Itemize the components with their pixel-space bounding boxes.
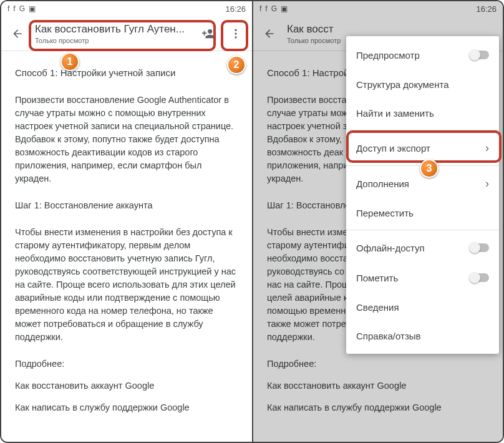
status-icons-left: f f G ▣	[7, 4, 36, 13]
chevron-right-icon: ›	[485, 177, 489, 190]
link-restore-account: Как восстановить аккаунт Google	[267, 379, 489, 392]
facebook-icon: f	[259, 4, 261, 13]
menu-divider	[346, 165, 499, 166]
phone-left: f f G ▣ 16:26 Как восстановить Гугл Ауте…	[1, 1, 252, 442]
status-icons-left: f f G ▣	[259, 4, 288, 13]
menu-label: Офлайн-доступ	[356, 243, 425, 253]
doc-title: Как восст	[287, 23, 497, 36]
google-icon: G	[19, 4, 25, 13]
menu-help[interactable]: Справка/отзыв	[346, 321, 499, 350]
more-menu-button[interactable]	[223, 21, 248, 46]
menu-label: Справка/отзыв	[356, 331, 421, 341]
svg-point-1	[235, 32, 236, 34]
document-body[interactable]: Способ 1: Настройки учетной записи Произ…	[1, 51, 252, 434]
back-button[interactable]	[5, 21, 30, 46]
status-bar: f f G ▣ 16:26	[1, 1, 252, 16]
menu-label: Найти и заменить	[356, 108, 434, 119]
add-collaborator-button[interactable]	[196, 21, 221, 46]
status-time: 16:26	[476, 4, 497, 14]
menu-addons[interactable]: Дополнения ›	[346, 168, 499, 198]
link-restore-account: Как восстановить аккаунт Google	[15, 379, 238, 392]
menu-move[interactable]: Переместить	[346, 198, 499, 227]
menu-label: Переместить	[356, 208, 414, 218]
overflow-menu: Предпросмотр Структура документа Найти и…	[346, 36, 499, 354]
status-bar: f f G ▣ 16:26	[253, 1, 503, 16]
link-support: Как написать в службу поддержки Google	[267, 401, 489, 414]
phone-right: f f G ▣ 16:26 Как восст Только просмотр …	[252, 1, 503, 442]
doc-title: Как восстановить Гугл Аутен...	[35, 23, 191, 36]
more-label: Подробнее:	[267, 358, 489, 371]
toggle-switch[interactable]	[470, 51, 489, 59]
doc-subtitle: Только просмотр	[35, 37, 191, 44]
svg-point-2	[235, 36, 236, 38]
paragraph-1: Произвести восстановление Google Authent…	[15, 94, 238, 185]
app-icon: ▣	[281, 4, 288, 13]
menu-label: Пометить	[356, 273, 398, 283]
toggle-switch[interactable]	[470, 243, 489, 252]
menu-label: Дополнения	[356, 178, 409, 189]
facebook-icon: f	[265, 4, 267, 13]
menu-label: Структура документа	[356, 79, 448, 90]
menu-divider	[346, 230, 499, 230]
menu-label: Предпросмотр	[356, 50, 420, 61]
app-icon: ▣	[29, 4, 36, 13]
menu-access-export[interactable]: Доступ и экспорт ›	[346, 133, 499, 163]
menu-divider	[346, 130, 499, 130]
menu-star[interactable]: Пометить	[346, 263, 499, 293]
menu-find-replace[interactable]: Найти и заменить	[346, 99, 499, 127]
toggle-switch[interactable]	[470, 273, 489, 282]
more-label: Подробнее:	[15, 358, 238, 371]
app-bar: Как восстановить Гугл Аутен... Только пр…	[1, 16, 252, 51]
heading-step1: Шаг 1: Восстановление аккаунта	[15, 199, 238, 212]
link-support: Как написать в службу поддержки Google	[15, 401, 238, 414]
back-button[interactable]	[257, 21, 282, 46]
menu-outline[interactable]: Структура документа	[346, 70, 499, 99]
menu-offline[interactable]: Офлайн-доступ	[346, 233, 499, 263]
paragraph-2: Чтобы внести изменения в настройки без д…	[15, 226, 238, 344]
menu-label: Доступ и экспорт	[356, 143, 430, 153]
status-time: 16:26	[225, 4, 246, 14]
google-icon: G	[271, 4, 277, 13]
menu-preview[interactable]: Предпросмотр	[346, 40, 499, 70]
menu-label: Сведения	[356, 302, 399, 313]
heading-method: Способ 1: Настройки учетной записи	[15, 66, 238, 80]
svg-point-0	[235, 29, 236, 31]
chevron-right-icon: ›	[485, 142, 489, 155]
menu-details[interactable]: Сведения	[346, 293, 499, 321]
title-area[interactable]: Как восстановить Гугл Аутен... Только пр…	[32, 22, 193, 46]
facebook-icon: f	[13, 4, 15, 13]
facebook-icon: f	[7, 4, 9, 13]
